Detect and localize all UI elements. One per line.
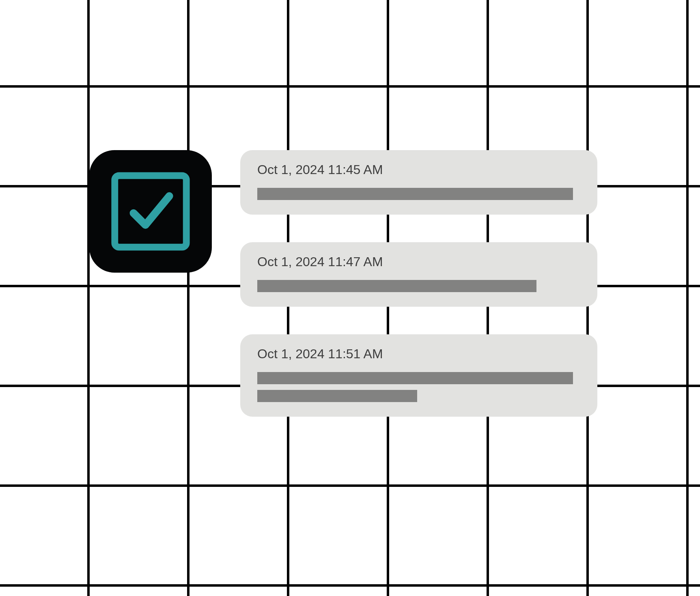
notification-content-placeholder — [257, 188, 580, 200]
content-container: Oct 1, 2024 11:45 AM Oct 1, 2024 11:47 A… — [89, 150, 597, 417]
notification-content-placeholder — [257, 280, 580, 292]
notification-timestamp: Oct 1, 2024 11:51 AM — [257, 346, 580, 361]
svg-rect-0 — [115, 176, 186, 247]
content-bar — [257, 188, 573, 200]
checkbox-checked-icon — [108, 169, 193, 254]
notification-list: Oct 1, 2024 11:45 AM Oct 1, 2024 11:47 A… — [240, 150, 597, 417]
content-bar — [257, 372, 573, 384]
app-icon[interactable] — [89, 150, 212, 273]
notification-card[interactable]: Oct 1, 2024 11:51 AM — [240, 334, 597, 417]
notification-card[interactable]: Oct 1, 2024 11:47 AM — [240, 242, 597, 307]
notification-timestamp: Oct 1, 2024 11:45 AM — [257, 162, 580, 177]
content-bar — [257, 390, 417, 402]
notification-card[interactable]: Oct 1, 2024 11:45 AM — [240, 150, 597, 215]
content-bar — [257, 280, 536, 292]
notification-content-placeholder — [257, 372, 580, 402]
notification-timestamp: Oct 1, 2024 11:47 AM — [257, 254, 580, 269]
